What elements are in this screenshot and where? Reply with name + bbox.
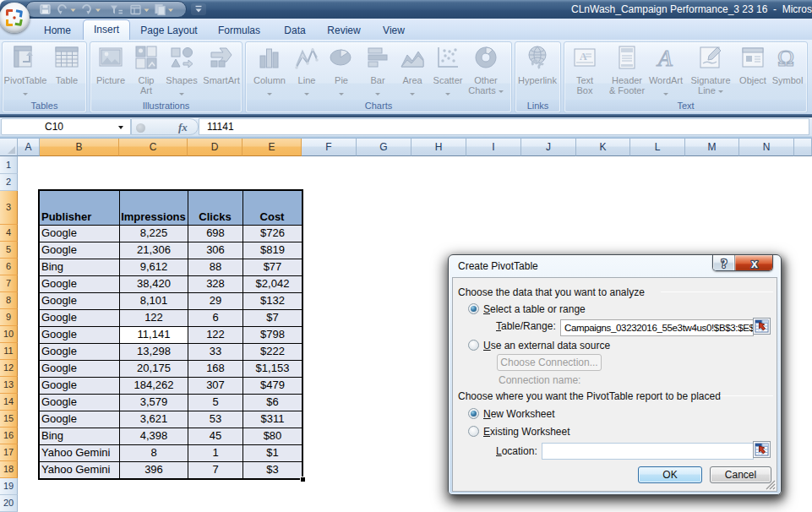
svg-text:?: ? <box>722 258 728 270</box>
svg-text:x: x <box>751 257 758 270</box>
svg-text:A: A <box>655 46 676 71</box>
svg-text:Ω: Ω <box>777 46 794 71</box>
